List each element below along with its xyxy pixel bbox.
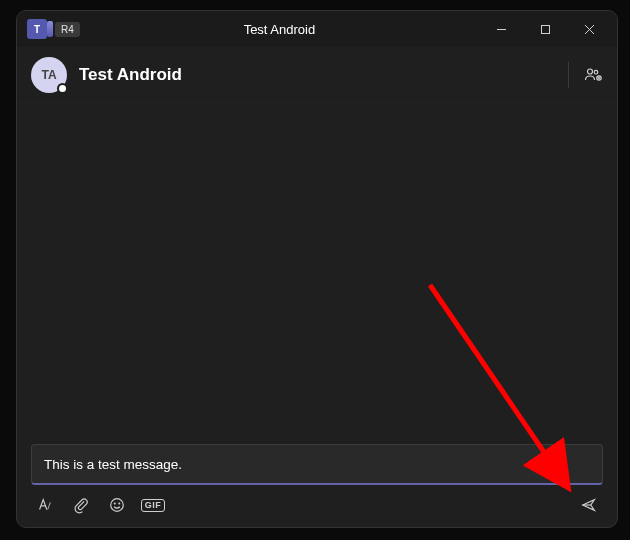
maximize-button[interactable] [523,13,567,45]
gif-button[interactable]: GIF [143,495,163,515]
avatar-initials: TA [41,68,56,82]
titlebar: T R4 Test Android [17,11,617,47]
avatar[interactable]: TA [31,57,67,93]
close-button[interactable] [567,13,611,45]
badge: R4 [55,22,80,37]
chat-header: TA Test Android [17,47,617,103]
chat-window: T R4 Test Android TA Test Android [16,10,618,528]
minimize-button[interactable] [479,13,523,45]
compose-toolbar: GIF [31,485,603,515]
message-list [17,103,617,444]
compose-box[interactable] [31,444,603,485]
svg-point-12 [119,503,120,504]
window-title: Test Android [88,22,471,37]
svg-rect-1 [541,25,549,33]
format-button[interactable] [35,495,55,515]
message-input[interactable] [44,457,590,472]
add-people-button[interactable] [583,65,603,85]
compose-area: GIF [17,444,617,527]
attach-button[interactable] [71,495,91,515]
badge-text: R4 [61,24,74,35]
svg-point-4 [588,69,593,74]
window-controls [479,13,611,45]
header-divider [568,62,569,88]
teams-app-icon: T [27,19,47,39]
app-icon-letter: T [34,24,40,35]
presence-indicator [57,83,68,94]
send-button[interactable] [579,495,599,515]
gif-icon: GIF [141,499,166,512]
emoji-button[interactable] [107,495,127,515]
svg-point-5 [594,70,598,74]
chat-title: Test Android [79,65,182,85]
svg-point-10 [111,499,124,512]
header-actions [568,62,603,88]
svg-point-11 [114,503,115,504]
